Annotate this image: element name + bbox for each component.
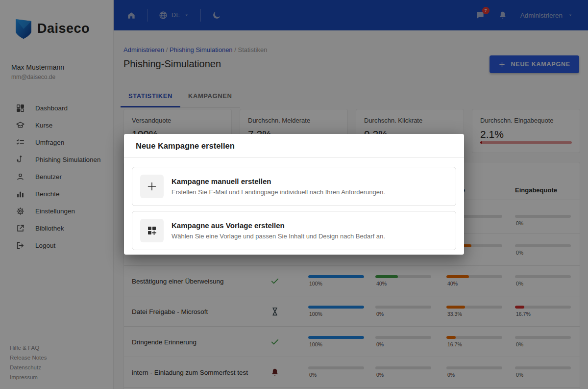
new-campaign-dialog: Neue Kampagne erstellen Kampagne manuell… — [124, 134, 464, 255]
option-title: Kampagne aus Vorlage erstellen — [172, 221, 385, 230]
plus-icon — [140, 175, 164, 198]
option-description: Wählen Sie eine Vorlage und passen Sie I… — [172, 233, 385, 240]
option-create-from-template[interactable]: Kampagne aus Vorlage erstellen Wählen Si… — [132, 211, 456, 250]
option-title: Kampagne manuell erstellen — [172, 177, 385, 185]
option-description: Erstellen Sie E-Mail und Landingpage ind… — [172, 188, 385, 196]
dialog-body: Kampagne manuell erstellen Erstellen Sie… — [124, 158, 464, 259]
template-grid-icon — [140, 219, 164, 242]
dialog-header: Neue Kampagne erstellen — [124, 134, 464, 158]
option-create-manual[interactable]: Kampagne manuell erstellen Erstellen Sie… — [132, 167, 456, 206]
dialog-title: Neue Kampagne erstellen — [136, 141, 235, 151]
